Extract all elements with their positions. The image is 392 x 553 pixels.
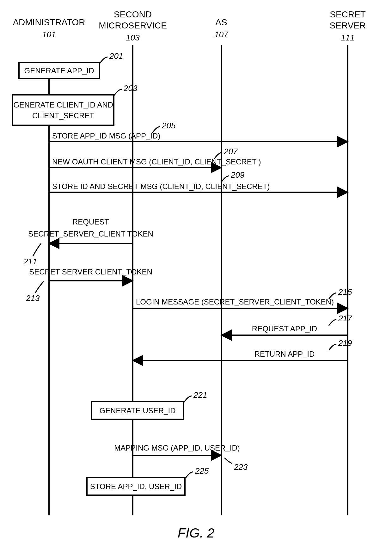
lane-admin-label: ADMINISTRATOR xyxy=(13,17,85,27)
lane-ms2-id: 103 xyxy=(126,33,140,42)
msg-217-text: REQUEST APP_ID xyxy=(252,324,317,333)
msg-211: REQUEST SECRET_SERVER_CLIENT TOKEN 211 xyxy=(23,218,153,266)
msg-205-text: STORE APP_ID MSG (APP_ID) xyxy=(52,132,160,140)
lane-ms2-label2: MICROSERVICE xyxy=(99,21,167,30)
lane-as-header: AS 107 xyxy=(214,17,229,39)
lane-as-label: AS xyxy=(215,17,227,27)
ref-223: 223 xyxy=(234,462,248,472)
msg-215: LOGIN MESSAGE (SECRET_SERVER_CLIENT_TOKE… xyxy=(133,287,352,308)
lane-secret-header: SECRET SERVER 111 xyxy=(330,9,366,42)
lane-admin-header: ADMINISTRATOR 101 xyxy=(13,17,85,39)
box-generate-app-id: GENERATE APP_ID 201 xyxy=(19,51,123,78)
svg-rect-1 xyxy=(13,95,114,125)
ref-211: 211 xyxy=(23,257,37,266)
box-203-line2: CLIENT_SECRET xyxy=(32,111,94,120)
lane-secret-label2: SERVER xyxy=(330,21,366,30)
lane-ms2-header: SECOND MICROSERVICE 103 xyxy=(99,9,167,42)
msg-209: STORE ID AND SECRET MSG (CLIENT_ID, CLIE… xyxy=(49,170,348,192)
box-generate-client-id-secret: GENERATE CLIENT_ID AND CLIENT_SECRET 203 xyxy=(13,83,138,125)
ref-219: 219 xyxy=(338,338,352,348)
figure-caption: FIG. 2 xyxy=(178,525,215,540)
msg-223: MAPPING MSG (APP_ID, USER_ID) 223 xyxy=(114,444,248,472)
ref-215: 215 xyxy=(338,287,352,297)
msg-207-text: NEW OAUTH CLIENT MSG (CLIENT_ID, CLIENT_… xyxy=(52,157,261,166)
box-store-appid-userid: STORE APP_ID, USER_ID 225 xyxy=(87,466,209,495)
box-201-text: GENERATE APP_ID xyxy=(24,66,94,75)
msg-219: RETURN APP_ID 219 xyxy=(133,338,352,360)
lane-secret-label1: SECRET xyxy=(330,9,366,19)
ref-207: 207 xyxy=(224,147,238,156)
msg-209-text: STORE ID AND SECRET MSG (CLIENT_ID, CLIE… xyxy=(52,182,270,191)
msg-211-line1: REQUEST xyxy=(72,218,109,226)
ref-225: 225 xyxy=(195,466,209,476)
lane-secret-id: 111 xyxy=(341,33,354,42)
ref-209: 209 xyxy=(230,170,244,180)
box-203-line1: GENERATE CLIENT_ID AND xyxy=(13,101,113,109)
ref-201: 201 xyxy=(109,51,123,61)
box-225-text: STORE APP_ID, USER_ID xyxy=(90,482,182,491)
lane-admin-id: 101 xyxy=(42,30,56,39)
ref-213: 213 xyxy=(26,293,40,303)
msg-223-text: MAPPING MSG (APP_ID, USER_ID) xyxy=(114,444,240,452)
ref-217: 217 xyxy=(338,314,352,323)
msg-219-text: RETURN APP_ID xyxy=(254,350,315,358)
msg-213-text: SECRET SERVER CLIENT_TOKEN xyxy=(29,267,152,276)
msg-215-text: LOGIN MESSAGE (SECRET_SERVER_CLIENT_TOKE… xyxy=(136,298,334,306)
msg-207: NEW OAUTH CLIENT MSG (CLIENT_ID, CLIENT_… xyxy=(49,147,261,168)
box-221-text: GENERATE USER_ID xyxy=(100,406,176,415)
lane-as-id: 107 xyxy=(214,30,229,39)
msg-217: REQUEST APP_ID 217 xyxy=(221,314,352,335)
msg-211-line2: SECRET_SERVER_CLIENT TOKEN xyxy=(28,230,153,238)
ref-203: 203 xyxy=(123,83,138,93)
ref-205: 205 xyxy=(162,121,176,130)
box-generate-user-id: GENERATE USER_ID 221 xyxy=(92,390,207,419)
ref-221: 221 xyxy=(193,390,207,400)
lane-ms2-label1: SECOND xyxy=(114,9,152,19)
